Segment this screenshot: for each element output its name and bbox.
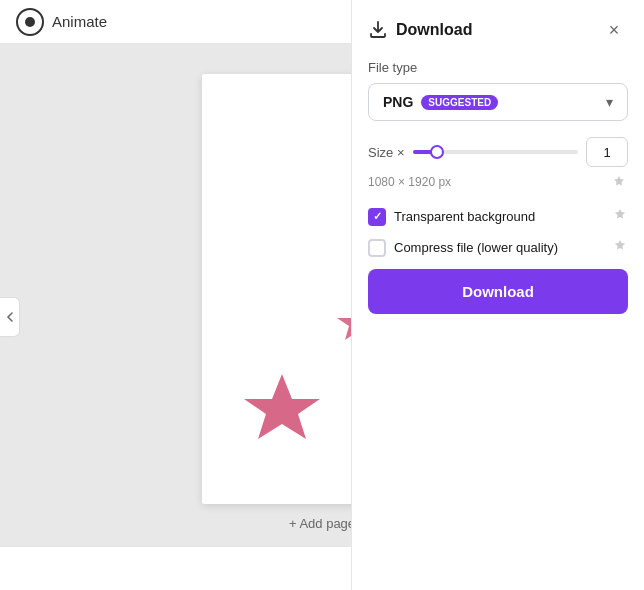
size-row: Size × <box>368 137 628 167</box>
transparent-bg-checkbox[interactable]: ✓ <box>368 208 386 226</box>
file-type-name: PNG <box>383 94 413 110</box>
logo-area: Animate <box>16 8 107 36</box>
add-page-button[interactable]: + Add page <box>289 516 355 531</box>
panel-title: Download <box>396 21 472 39</box>
download-button[interactable]: Download <box>368 269 628 314</box>
compress-file-left: Compress file (lower quality) <box>368 239 558 257</box>
svg-marker-2 <box>244 374 320 439</box>
size-label: Size × <box>368 145 405 160</box>
checkmark-icon: ✓ <box>373 210 382 223</box>
file-type-dropdown[interactable]: PNG SUGGESTED ▾ <box>368 83 628 121</box>
compress-file-checkbox[interactable] <box>368 239 386 257</box>
star-icon <box>611 174 627 190</box>
dimensions-row: 1080 × 1920 px <box>368 173 628 191</box>
dropdown-arrow-icon: ▾ <box>606 94 613 110</box>
chevron-left-icon <box>6 311 14 323</box>
app-title: Animate <box>52 13 107 30</box>
transparent-bg-row: ✓ Transparent background <box>368 207 628 226</box>
transparent-bg-label: Transparent background <box>394 209 535 224</box>
compress-file-row: Compress file (lower quality) <box>368 238 628 257</box>
panel-title-group: Download <box>368 20 472 40</box>
star-icon-2 <box>612 207 628 223</box>
star-icon-3 <box>612 238 628 254</box>
close-button[interactable]: × <box>600 16 628 44</box>
size-slider[interactable] <box>413 150 579 154</box>
file-type-label: File type <box>368 60 628 75</box>
suggested-badge: SUGGESTED <box>421 95 498 110</box>
transparent-bg-left: ✓ Transparent background <box>368 208 535 226</box>
file-type-left: PNG SUGGESTED <box>383 94 498 110</box>
dimensions-text: 1080 × 1920 px <box>368 175 451 189</box>
download-header-icon <box>368 20 388 40</box>
compress-file-label: Compress file (lower quality) <box>394 240 558 255</box>
transparent-bg-info-icon <box>612 207 628 226</box>
panel-header: Download × <box>368 16 628 44</box>
slider-thumb <box>430 145 444 159</box>
left-panel-toggle[interactable] <box>0 297 20 337</box>
size-input[interactable] <box>586 137 628 167</box>
animate-logo-icon <box>16 8 44 36</box>
download-panel: Download × File type PNG SUGGESTED ▾ Siz… <box>351 0 644 590</box>
dimensions-info-icon <box>610 173 628 191</box>
compress-info-icon <box>612 238 628 257</box>
svg-point-1 <box>25 17 35 27</box>
